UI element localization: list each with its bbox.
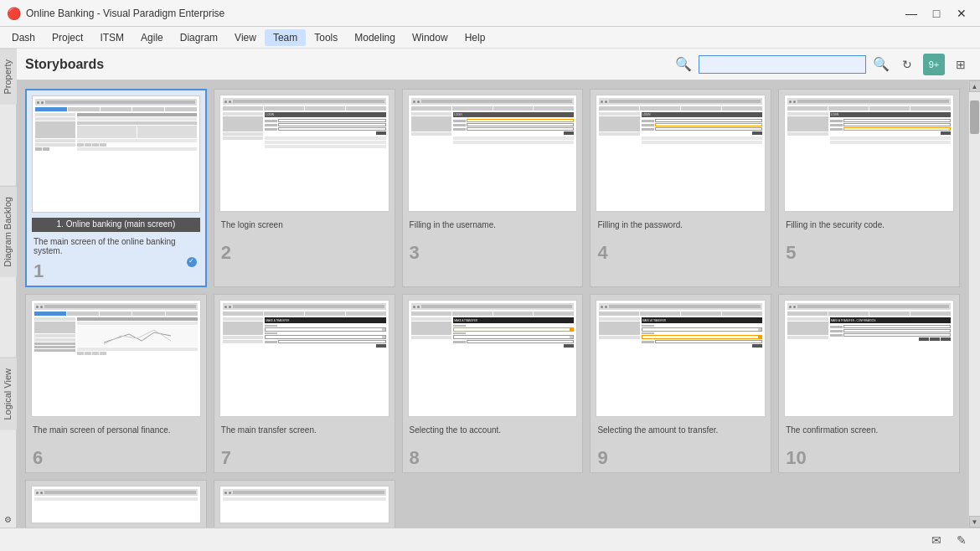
sidebar-tab-logical-view[interactable]: Logical View xyxy=(0,358,17,430)
sidebar-tab-property[interactable]: Property xyxy=(0,49,17,105)
story-card-thumbnail-7: MAKE A TRANSFER xyxy=(219,300,389,417)
story-card-label-1: 1. Online banking (main screen) ✓ xyxy=(32,218,200,232)
story-card-num-6: 6 xyxy=(26,445,206,472)
story-card-thumbnail-3: LOGIN xyxy=(408,95,578,212)
partial-row xyxy=(25,480,960,528)
story-card-num-7: 7 xyxy=(214,445,395,472)
story-card-num-8: 8 xyxy=(403,445,583,472)
story-card-4[interactable]: LOGIN xyxy=(590,89,771,287)
grid-icon[interactable]: ⊞ xyxy=(950,54,972,75)
menu-bar: Dash Project ITSM Agile Diagram View Tea… xyxy=(0,27,980,49)
menu-project[interactable]: Project xyxy=(44,29,91,46)
bottom-bar: ✉ ✎ xyxy=(0,528,980,551)
partial-card-11[interactable] xyxy=(25,480,207,528)
story-card-2[interactable]: LOGIN xyxy=(214,89,395,287)
empty-cell-2 xyxy=(590,480,771,528)
menu-view[interactable]: View xyxy=(226,29,265,46)
story-card-thumbnail-1 xyxy=(32,95,200,213)
menu-help[interactable]: Help xyxy=(456,29,494,46)
story-card-desc-5: Filling in the security code. xyxy=(779,217,959,240)
main-layout: Property Diagram Backlog Logical View ⚙ … xyxy=(0,49,980,528)
story-card-num-9: 9 xyxy=(591,445,771,472)
story-card-desc-8: Selecting the to account. xyxy=(403,422,583,445)
story-card-3[interactable]: LOGIN xyxy=(402,89,584,287)
menu-itsm[interactable]: ITSM xyxy=(91,29,132,46)
story-card-desc-4: Filling in the password. xyxy=(591,217,771,240)
sidebar-icons[interactable]: ⚙ xyxy=(3,512,13,528)
story-card-thumbnail-5: LOGIN xyxy=(784,95,954,212)
story-card-num-2: 2 xyxy=(214,240,395,267)
story-card-desc-9: Selecting the amount to transfer. xyxy=(591,422,771,445)
scroll-down-arrow[interactable]: ▼ xyxy=(969,516,981,528)
scroll-thumb[interactable] xyxy=(970,100,979,134)
title-bar: 🔴 Online Banking - Visual Paradigm Enter… xyxy=(0,0,980,27)
story-card-6[interactable]: The main screen of personal finance. 6 xyxy=(25,294,207,473)
window-title: Online Banking - Visual Paradigm Enterpr… xyxy=(26,8,900,19)
maximize-button[interactable]: □ xyxy=(925,4,948,23)
partial-card-thumb-12 xyxy=(219,486,389,523)
story-card-num-5: 5 xyxy=(779,240,959,267)
story-card-thumbnail-10: MAKE A TRANSFER - CONFIRMATION xyxy=(784,300,954,417)
window-controls: — □ ✕ xyxy=(900,4,973,23)
story-card-desc-10: The confirmation screen. xyxy=(779,422,959,445)
story-card-8[interactable]: MAKE A TRANSFER Selecting the to account xyxy=(402,294,584,473)
refresh-icon[interactable]: ↻ xyxy=(896,54,918,75)
story-card-desc-1: The main screen of the online banking sy… xyxy=(27,234,205,259)
storyboard-scroll[interactable]: 1. Online banking (main screen) ✓ The ma… xyxy=(17,80,968,528)
mail-icon[interactable]: ✉ xyxy=(926,532,946,548)
empty-cell-1 xyxy=(402,480,584,528)
partial-card-12[interactable] xyxy=(214,480,395,528)
menu-modeling[interactable]: Modeling xyxy=(346,29,404,46)
story-card-thumbnail-4: LOGIN xyxy=(596,95,766,212)
storyboards-title: Storyboards xyxy=(25,57,104,72)
menu-dash[interactable]: Dash xyxy=(3,29,44,46)
partial-card-thumb-11 xyxy=(31,486,201,523)
story-card-num-1: 1 xyxy=(27,259,205,286)
scroll-up-arrow[interactable]: ▲ xyxy=(969,80,981,92)
sidebar-tab-diagram-backlog[interactable]: Diagram Backlog xyxy=(0,186,17,277)
story-card-desc-6: The main screen of personal finance. xyxy=(26,422,206,445)
scroll-track[interactable] xyxy=(969,92,980,516)
toolbar: Storyboards 🔍 🔍 ↻ 9+ ⊞ xyxy=(17,49,980,80)
story-card-thumbnail-8: MAKE A TRANSFER xyxy=(408,300,578,417)
story-card-1[interactable]: 1. Online banking (main screen) ✓ The ma… xyxy=(25,89,207,287)
storyboard-grid: 1. Online banking (main screen) ✓ The ma… xyxy=(25,89,960,473)
edit-icon[interactable]: ✎ xyxy=(952,532,972,548)
story-card-7[interactable]: MAKE A TRANSFER The main transfer screen xyxy=(214,294,395,473)
story-card-10[interactable]: MAKE A TRANSFER - CONFIRMATION xyxy=(778,294,960,473)
menu-agile[interactable]: Agile xyxy=(132,29,172,46)
search-input[interactable] xyxy=(699,55,866,74)
grid-scroll-area: 1. Online banking (main screen) ✓ The ma… xyxy=(17,80,980,528)
story-card-desc-2: The login screen xyxy=(214,217,395,240)
right-scrollbar: ▲ ▼ xyxy=(968,80,980,528)
story-card-desc-7: The main transfer screen. xyxy=(214,422,395,445)
story-card-thumbnail-9: MAKE A TRANSFER xyxy=(596,300,766,417)
minimize-button[interactable]: — xyxy=(900,4,923,23)
menu-diagram[interactable]: Diagram xyxy=(172,29,226,46)
search-right-icon[interactable]: 🔍 xyxy=(871,54,891,75)
story-card-num-3: 3 xyxy=(403,240,583,267)
story-card-thumbnail-6 xyxy=(31,300,201,417)
menu-tools[interactable]: Tools xyxy=(306,29,346,46)
search-left-icon[interactable]: 🔍 xyxy=(673,54,694,75)
menu-team[interactable]: Team xyxy=(265,29,306,46)
story-card-thumbnail-2: LOGIN xyxy=(219,95,389,212)
story-card-num-10: 10 xyxy=(779,445,959,472)
story-card-desc-3: Filling in the username. xyxy=(403,217,583,240)
story-card-5[interactable]: LOGIN xyxy=(778,89,960,287)
story-card-9[interactable]: MAKE A TRANSFER Selecting the amount to xyxy=(590,294,771,473)
user-icon[interactable]: 9+ xyxy=(923,54,945,75)
app-icon: 🔴 xyxy=(7,7,21,20)
story-card-num-4: 4 xyxy=(591,240,771,267)
menu-window[interactable]: Window xyxy=(404,29,456,46)
left-sidebar: Property Diagram Backlog Logical View ⚙ xyxy=(0,49,17,528)
empty-cell-3 xyxy=(778,480,960,528)
close-button[interactable]: ✕ xyxy=(950,4,973,23)
content-area: Storyboards 🔍 🔍 ↻ 9+ ⊞ xyxy=(17,49,980,528)
